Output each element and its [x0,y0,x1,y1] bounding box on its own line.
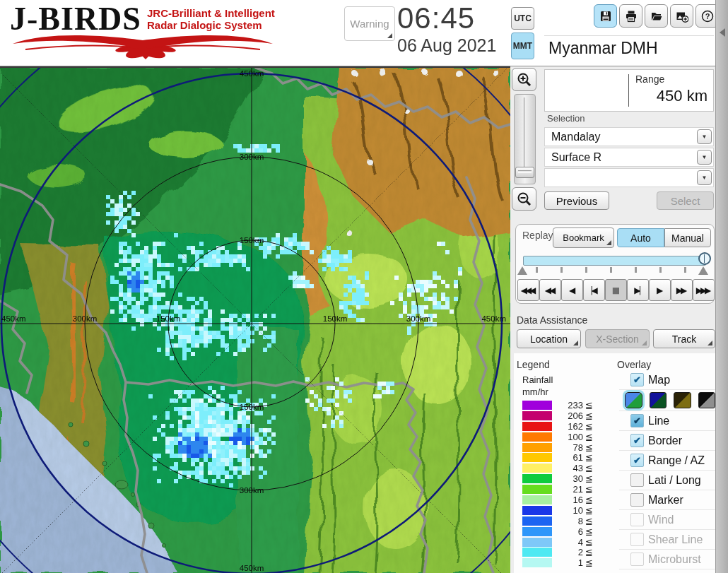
range-label: Range [635,73,664,85]
ring-label: 450km [240,564,264,572]
play-reverse-button[interactable]: ◀ [561,279,583,301]
overlay-row-range-az[interactable]: ✔Range / AZ [619,451,715,471]
overlay-row-border[interactable]: ✔Border [619,431,715,451]
play-button[interactable]: ▶ [649,279,671,301]
export-image-button[interactable] [670,4,693,28]
clock-time: 06:45 [397,1,475,35]
utc-button[interactable]: UTC [511,7,534,30]
legend-row: 10 ≦ [522,505,593,516]
chevron-down-icon[interactable]: ▼ [697,150,712,165]
legend-operator: ≦ [585,495,593,505]
map-style-swatch[interactable] [698,392,716,408]
forward-2x-button[interactable]: ▶▶ [671,279,693,301]
step-back-button[interactable]: |◀ [583,279,605,301]
overlay-row-line[interactable]: ✔Line [619,411,715,431]
overlay-row-marker[interactable]: Marker [619,490,715,510]
checkbox-unchecked[interactable] [630,493,644,507]
track-button[interactable]: Track [653,329,715,348]
checkbox-unchecked[interactable] [630,473,644,487]
checkbox-checked[interactable]: ✔ [630,454,644,467]
legend-row: 100 ≦ [522,432,593,442]
legend-unit-line1: Rainfall [522,374,553,385]
ring-label: 300km [73,314,98,323]
warning-button[interactable]: Warning [344,6,395,41]
panel-collapse-strip[interactable] [715,0,728,573]
previous-button[interactable]: Previous [544,191,609,210]
print-button[interactable] [619,4,642,28]
checkbox-unchecked[interactable] [630,513,644,526]
map-style-swatch[interactable] [674,392,691,408]
map-style-swatch-selected[interactable] [625,392,642,408]
open-folder-button[interactable] [645,4,668,28]
rewind-2x-button[interactable]: ◀◀ [539,279,561,301]
legend-unit-line2: mm/hr [522,386,548,397]
forward-3x-button[interactable]: ▶▶▶ [693,279,715,301]
legend-operator: ≦ [585,463,593,473]
legend-operator: ≦ [585,547,593,557]
magnifier-plus-icon [517,72,532,88]
overlay-row-lati-long[interactable]: Lati / Long [619,471,715,490]
ring-label: 150km [156,314,181,323]
location-button[interactable]: Location [517,329,581,348]
checkbox-unchecked[interactable] [630,553,644,566]
x-section-button[interactable]: X-Section [585,329,650,348]
mmt-button[interactable]: MMT [511,33,534,59]
legend-color-swatch [522,558,552,567]
legend-color-swatch [522,495,552,504]
auto-mode-button[interactable]: Auto [617,228,664,247]
map-style-swatch[interactable] [650,392,667,408]
chevron-down-icon[interactable]: ▼ [697,170,712,185]
legend-operator: ≦ [585,484,593,495]
overlay-row-shear-line[interactable]: Shear Line [619,530,715,550]
legend-value: 30 [552,473,583,484]
slider-start-marker[interactable] [517,266,527,275]
checkbox-checked[interactable]: ✔ [630,373,644,386]
export-image-icon [676,10,688,23]
legend-operator: ≦ [585,516,593,526]
product-dropdown[interactable]: Surface R ▼ [544,148,714,167]
legend-value: 10 [552,505,583,516]
legend-color-swatch [522,548,552,557]
legend-row: 206 ≦ [522,410,593,421]
checkbox-checked[interactable]: ✔ [630,414,644,427]
radar-map[interactable]: 450km 300km 150km 150km 300km 450km 450k… [0,66,510,573]
replay-label: Replay [522,230,553,241]
stop-button[interactable]: ■ [605,279,627,301]
rewind-3x-button[interactable]: ◀◀◀ [517,279,539,301]
checkbox-unchecked[interactable] [630,533,644,546]
zoom-in-button[interactable] [512,68,536,91]
legend-value: 233 [552,400,583,410]
select-button[interactable]: Select [657,191,714,210]
replay-slider-track[interactable] [523,256,706,266]
app-logo-subtitle-1: JRC-Brilliant & Intelligent [147,7,275,19]
zoom-slider[interactable] [514,94,536,184]
ring-label: 450km [1,314,26,323]
site-dropdown[interactable]: Mandalay ▼ [544,127,714,146]
slider-end-marker[interactable] [698,266,708,275]
chevron-down-icon[interactable]: ▼ [697,129,712,144]
overlay-row-wind[interactable]: Wind [619,510,715,530]
option-dropdown[interactable]: ▼ [544,168,714,187]
legend-color-swatch [522,422,552,431]
overlay-list: ✔Map✔Line✔Border✔Range / AZLati / LongMa… [619,370,715,569]
save-button[interactable] [594,4,617,28]
checkbox-checked[interactable]: ✔ [630,434,644,447]
overlay-row-microburst[interactable]: Microburst [619,550,715,569]
slider-tick [536,267,538,273]
legend-operator: ≦ [585,432,593,442]
site-dropdown-value: Mandalay [551,131,600,143]
legend-row: 30 ≦ [522,473,593,484]
manual-mode-button[interactable]: Manual [664,228,711,247]
replay-slider-handle[interactable] [698,252,711,265]
legend-value: 1 [552,557,583,568]
bookmark-button[interactable]: Bookmark [553,228,614,248]
legend-operator: ≦ [585,421,593,432]
zoom-out-button[interactable] [512,187,536,211]
legend-operator: ≦ [585,537,593,548]
zoom-slider-handle[interactable] [515,167,534,178]
overlay-row-map[interactable]: ✔Map [619,370,715,390]
selection-section-label: Selection [547,113,585,124]
step-forward-button[interactable]: ▶| [627,279,649,301]
legend-row: 8 ≦ [522,516,593,526]
overlay-item-label: Border [648,435,682,447]
